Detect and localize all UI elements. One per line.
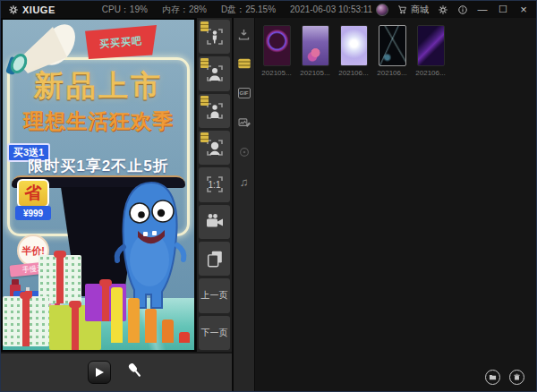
image-edit-button[interactable]	[236, 115, 252, 130]
info-icon[interactable]	[456, 4, 468, 15]
save-badge-label: 省	[17, 179, 49, 208]
corner-frame-icon	[204, 174, 226, 195]
video-thumbnail[interactable]: 202106...	[339, 25, 368, 77]
video-camera-icon	[204, 211, 226, 233]
play-icon	[96, 368, 104, 377]
preview-canvas[interactable]: 买买买吧 新品上市 理想生活狂欢季 买3送1 限时买1享2不止5折 省 ¥999	[1, 18, 196, 352]
memory-stat: 内存：28%	[162, 4, 207, 16]
delete-button[interactable]	[509, 370, 524, 385]
thumbnail-label: 202106...	[377, 69, 406, 77]
flag-banner: 买买买吧	[85, 25, 157, 59]
video-thumbnail-selected[interactable]: 202106...	[378, 25, 406, 77]
bar-decoration	[111, 287, 190, 343]
play-button[interactable]	[88, 361, 111, 384]
next-page-button[interactable]: 下一页	[199, 316, 230, 350]
promo-text: 限时买1享2不止5折	[3, 156, 194, 176]
video-thumbnail[interactable]: 202105...	[301, 25, 329, 77]
template-badge-icon	[200, 58, 209, 68]
mall-button[interactable]: 商城	[396, 4, 429, 16]
cart-icon	[396, 4, 408, 15]
thumbnail-label: 202106...	[415, 69, 445, 77]
thumbnail-row: 202105... 202105... 202106... 202106... …	[262, 25, 445, 77]
bar	[179, 332, 190, 343]
disc-button[interactable]	[236, 145, 252, 159]
app-logo: XIUGE	[7, 4, 55, 15]
flag-text: 买买买吧	[98, 33, 142, 50]
camera-button[interactable]	[199, 205, 230, 239]
microphone-button[interactable]	[124, 360, 146, 385]
template-badge-icon	[200, 96, 209, 106]
bar	[162, 320, 174, 343]
thumbnail-label: 202105...	[300, 69, 329, 77]
bar	[145, 309, 157, 343]
gif-label: GIF	[238, 88, 251, 98]
ad-subtitle: 理想生活狂欢季	[3, 107, 194, 135]
shot-closeup-button[interactable]	[199, 131, 230, 165]
gift-boxes	[3, 248, 128, 350]
microphone-icon	[124, 360, 146, 381]
shot-half-body-button[interactable]	[199, 94, 230, 128]
disk-stat: D盘：25.15%	[221, 4, 276, 16]
bar	[111, 287, 123, 343]
trash-icon	[513, 373, 521, 381]
minimize-button[interactable]: —	[476, 4, 489, 14]
app-window: XIUGE CPU：19% 内存：28% D盘：25.15% 2021-06-0…	[0, 0, 537, 392]
titlebar: XIUGE CPU：19% 内存：28% D盘：25.15% 2021-06-0…	[1, 1, 536, 18]
video-thumbnail[interactable]: 202105...	[262, 25, 291, 77]
thumbnail-label: 202106...	[338, 69, 368, 77]
app-title: XIUGE	[22, 4, 55, 15]
save-badge-price: ¥999	[15, 206, 51, 220]
download-button[interactable]	[236, 27, 252, 41]
copy-page-button[interactable]	[199, 242, 230, 276]
ad-title: 新品上市	[3, 66, 194, 107]
folder-icon	[489, 373, 497, 381]
media-toolbar: GIF ♫	[232, 18, 255, 391]
thumbnail-image	[340, 25, 368, 66]
thumbnail-image	[379, 25, 406, 66]
thumbnail-label: 202105...	[261, 69, 291, 77]
video-thumbnail[interactable]: 202106...	[416, 25, 445, 77]
prev-page-button[interactable]: 上一页	[199, 278, 230, 312]
mall-label: 商城	[411, 4, 429, 16]
library-actions	[485, 370, 524, 385]
user-avatar[interactable]	[376, 4, 388, 16]
left-panel: 买买买吧 新品上市 理想生活狂欢季 买3送1 限时买1享2不止5折 省 ¥999	[1, 18, 232, 391]
music-note-icon: ♫	[240, 176, 249, 188]
prev-page-label: 上一页	[201, 289, 228, 302]
next-page-label: 下一页	[201, 327, 228, 339]
copy-icon	[205, 249, 225, 268]
open-folder-button[interactable]	[485, 370, 500, 385]
playback-strip	[1, 352, 232, 391]
shot-full-body-button[interactable]	[199, 20, 230, 54]
system-stats: CPU：19% 内存：28% D盘：25.15%	[102, 4, 276, 16]
clock: 2021-06-03 10:53:11	[290, 4, 372, 14]
thumbnail-image	[302, 25, 329, 66]
thumbnail-image	[263, 25, 291, 66]
video-frames-button-selected[interactable]	[236, 56, 252, 71]
ratio-1-1-button[interactable]: 1:1	[199, 167, 230, 201]
close-button[interactable]: ×	[517, 4, 530, 15]
music-button[interactable]: ♫	[236, 175, 252, 189]
bar	[128, 298, 140, 343]
settings-gear-icon[interactable]	[437, 4, 448, 15]
template-badge-icon	[200, 21, 209, 31]
gift-box	[3, 296, 49, 346]
gif-button[interactable]: GIF	[236, 86, 252, 100]
logo-gear-icon	[7, 4, 19, 15]
shot-panel: 1:1	[196, 18, 232, 352]
template-badge-icon	[200, 132, 209, 142]
thumbnail-image	[417, 25, 445, 66]
maximize-button[interactable]: ☐	[497, 4, 509, 14]
cpu-stat: CPU：19%	[102, 4, 148, 16]
save-badge: 省 ¥999	[15, 179, 51, 220]
shot-bust-button[interactable]	[199, 56, 230, 90]
media-library: 202105... 202105... 202106... 202106... …	[255, 18, 536, 391]
